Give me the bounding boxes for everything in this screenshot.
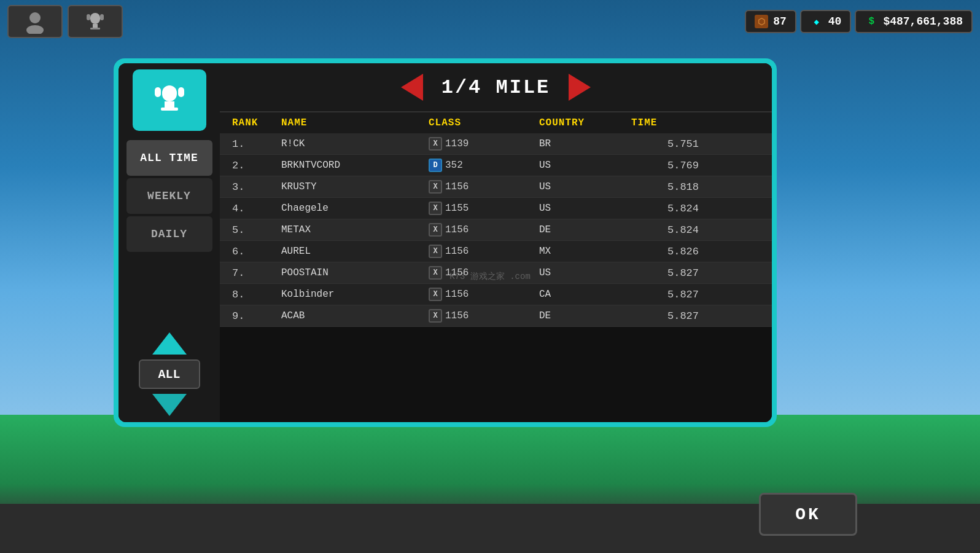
class-icon: X bbox=[429, 266, 442, 280]
cell-class: D 352 bbox=[429, 159, 539, 172]
svg-rect-2 bbox=[90, 13, 100, 24]
cell-country: MX bbox=[539, 246, 631, 257]
title-bar: 1/4 MILE bbox=[220, 63, 772, 112]
money-icon: $ bbox=[865, 15, 878, 28]
cell-country: BR bbox=[539, 138, 631, 149]
cell-name: ACAB bbox=[281, 310, 429, 321]
col-country: COUNTRY bbox=[539, 117, 631, 128]
all-button[interactable]: ALL bbox=[139, 359, 200, 389]
class-num: 1139 bbox=[445, 138, 469, 149]
cell-country: US bbox=[539, 181, 631, 192]
class-num: 1155 bbox=[445, 203, 469, 214]
cell-country: DE bbox=[539, 310, 631, 321]
nav-arrows: ALL bbox=[139, 332, 200, 422]
col-name: NAME bbox=[281, 117, 429, 128]
cell-rank: 3. bbox=[232, 181, 281, 193]
race-title: 1/4 MILE bbox=[441, 76, 551, 99]
cell-class: X 1156 bbox=[429, 245, 539, 258]
col-rank: RANK bbox=[232, 117, 281, 128]
cell-time: 5.827 bbox=[631, 289, 705, 300]
table-row: 2. BRKNTVCORD D 352 US 5.769 bbox=[220, 155, 772, 176]
prev-race-button[interactable] bbox=[401, 74, 423, 101]
profile-button[interactable] bbox=[7, 5, 63, 38]
diamond-value: 40 bbox=[828, 15, 842, 28]
table-row: 1. R!CK X 1139 BR 5.751 bbox=[220, 133, 772, 155]
svg-rect-4 bbox=[100, 14, 104, 20]
col-time: TIME bbox=[631, 117, 705, 128]
next-race-button[interactable] bbox=[569, 74, 591, 101]
cell-name: POOSTAIN bbox=[281, 267, 429, 278]
currency-area: ⬡ 87 ◆ 40 $ $487,661,388 bbox=[745, 10, 973, 33]
class-num: 1156 bbox=[445, 224, 469, 235]
class-icon: D bbox=[429, 159, 442, 172]
leaderboard-dialog: ALL TIME WEEKLY DAILY ALL 1/4 MI bbox=[114, 58, 777, 427]
filter-weekly[interactable]: WEEKLY bbox=[126, 178, 212, 214]
class-num: 1156 bbox=[445, 267, 469, 278]
scroll-up-arrow[interactable] bbox=[152, 332, 187, 355]
diamond-icon: ◆ bbox=[810, 15, 823, 28]
cell-country: US bbox=[539, 160, 631, 171]
cell-class: X 1156 bbox=[429, 288, 539, 301]
diamond-currency: ◆ 40 bbox=[800, 10, 852, 33]
class-icon: X bbox=[429, 245, 442, 258]
cell-class: X 1155 bbox=[429, 202, 539, 215]
sidebar: ALL TIME WEEKLY DAILY ALL bbox=[119, 63, 220, 422]
money-value: $487,661,388 bbox=[883, 15, 963, 28]
svg-rect-9 bbox=[178, 87, 184, 97]
cell-name: METAX bbox=[281, 224, 429, 235]
cell-rank: 1. bbox=[232, 138, 281, 150]
svg-rect-6 bbox=[90, 28, 100, 29]
filter-daily[interactable]: DAILY bbox=[126, 216, 212, 252]
table-row: 9. ACAB X 1156 DE 5.827 bbox=[220, 305, 772, 327]
col-class: CLASS bbox=[429, 117, 539, 128]
leaderboard-table: RANK NAME CLASS COUNTRY TIME 1. R!CK X 1… bbox=[220, 112, 772, 422]
bronze-value: 87 bbox=[773, 15, 787, 28]
cell-name: AUREL bbox=[281, 246, 429, 257]
cell-rank: 7. bbox=[232, 267, 281, 279]
class-num: 1156 bbox=[445, 289, 469, 300]
trophy-tab bbox=[133, 69, 206, 131]
class-icon: X bbox=[429, 309, 442, 323]
class-num: 1156 bbox=[445, 181, 469, 192]
trophy-button[interactable] bbox=[68, 5, 123, 38]
content-area: 1/4 MILE RANK NAME CLASS COUNTRY TIME 1.… bbox=[220, 63, 772, 422]
svg-rect-3 bbox=[87, 14, 90, 20]
cell-name: KRUSTY bbox=[281, 181, 429, 192]
cell-rank: 6. bbox=[232, 246, 281, 257]
svg-rect-11 bbox=[161, 108, 178, 111]
cell-time: 5.751 bbox=[631, 138, 705, 150]
svg-point-1 bbox=[26, 25, 44, 34]
scroll-down-arrow[interactable] bbox=[152, 394, 187, 416]
cell-rank: 5. bbox=[232, 224, 281, 236]
ok-button[interactable]: OK bbox=[759, 493, 857, 536]
class-icon: X bbox=[429, 202, 442, 215]
cell-country: DE bbox=[539, 224, 631, 235]
table-header: RANK NAME CLASS COUNTRY TIME bbox=[220, 112, 772, 133]
cell-time: 5.827 bbox=[631, 267, 705, 279]
cell-name: R!CK bbox=[281, 138, 429, 149]
svg-rect-10 bbox=[165, 101, 174, 108]
cell-country: US bbox=[539, 267, 631, 278]
class-num: 1156 bbox=[445, 246, 469, 257]
class-num: 1156 bbox=[445, 310, 469, 321]
money-currency: $ $487,661,388 bbox=[855, 10, 973, 33]
cell-country: US bbox=[539, 203, 631, 214]
cell-time: 5.769 bbox=[631, 160, 705, 171]
cell-rank: 2. bbox=[232, 160, 281, 171]
table-row: 5. METAX X 1156 DE 5.824 bbox=[220, 219, 772, 241]
cell-rank: 9. bbox=[232, 310, 281, 322]
class-icon: X bbox=[429, 180, 442, 194]
cell-time: 5.824 bbox=[631, 224, 705, 236]
cell-time: 5.818 bbox=[631, 181, 705, 193]
bronze-currency: ⬡ 87 bbox=[745, 10, 796, 33]
cell-country: CA bbox=[539, 289, 631, 300]
svg-rect-5 bbox=[93, 24, 98, 28]
cell-name: Chaegele bbox=[281, 203, 429, 214]
cell-rank: 4. bbox=[232, 203, 281, 214]
filter-all-time[interactable]: ALL TIME bbox=[126, 140, 212, 176]
table-row: 8. Kolbinder X 1156 CA 5.827 bbox=[220, 284, 772, 305]
table-body: 1. R!CK X 1139 BR 5.751 2. BRKNTVCORD D … bbox=[220, 133, 772, 327]
cell-time: 5.824 bbox=[631, 203, 705, 214]
dialog-inner: ALL TIME WEEKLY DAILY ALL 1/4 MI bbox=[119, 63, 772, 422]
class-icon: X bbox=[429, 288, 442, 301]
